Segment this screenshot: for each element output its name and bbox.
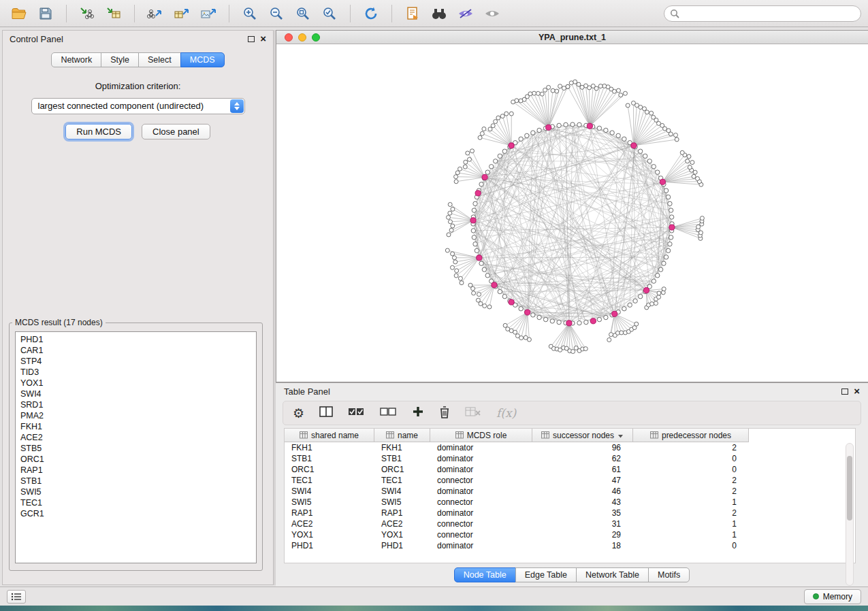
column-header-name[interactable]: name [374,429,430,442]
tab-mcds[interactable]: MCDS [180,52,225,67]
mcds-result-item[interactable]: SWI5 [16,486,256,497]
function-builder-button[interactable]: f(x) [496,406,516,420]
sort-chevron-icon[interactable] [617,431,624,440]
table-cell: 0 [633,540,749,551]
column-icon [650,431,658,439]
tab-motifs[interactable]: Motifs [648,567,690,582]
tab-network[interactable]: Network [51,52,101,67]
mcds-result-item[interactable]: YOX1 [16,378,256,389]
mcds-result-item[interactable]: TEC1 [16,497,256,508]
mcds-result-item[interactable]: SRD1 [16,399,256,410]
close-table-panel-icon[interactable]: × [854,388,860,395]
save-session-button[interactable] [33,3,58,24]
zoom-fit-button[interactable] [291,3,315,24]
search-input[interactable] [684,9,855,18]
table-cell: 46 [532,486,633,497]
close-panel-button[interactable]: Close panel [142,124,210,139]
run-mcds-button[interactable]: Run MCDS [65,124,132,139]
mcds-result-item[interactable]: PHD1 [16,334,256,345]
toolbar-separator [66,5,67,22]
column-header-successor-nodes[interactable]: successor nodes [532,429,633,442]
network-view-window: YPA_prune.txt_1 [276,30,868,382]
deselect-all-button[interactable] [380,406,397,420]
table-cell: YOX1 [285,529,374,540]
criterion-dropdown[interactable]: largest connected component (undirected) [31,98,245,114]
tab-edge-table[interactable]: Edge Table [515,567,577,582]
tab-node-table[interactable]: Node Table [454,567,516,582]
mcds-result-item[interactable]: SWI4 [16,389,256,399]
table-delete-icon [465,406,481,417]
table-cell: connector [430,529,532,540]
delete-table-button[interactable] [465,406,481,420]
mcds-result-item[interactable]: ORC1 [16,454,256,465]
table-cell: TEC1 [285,475,374,486]
open-session-button[interactable] [7,3,31,24]
mcds-result-list[interactable]: PHD1CAR1STP4TID3YOX1SWI4SRD1PMA2FKH1ACE2… [15,331,257,563]
mcds-result-item[interactable]: TID3 [16,367,256,378]
float-table-panel-icon[interactable] [841,389,848,395]
mcds-result-title: MCDS result (17 nodes) [12,318,106,327]
show-columns-button[interactable] [319,406,333,420]
import-network-button[interactable] [75,3,99,24]
tab-style[interactable]: Style [101,52,139,67]
table-row[interactable]: FKH1FKH1dominator962 [285,442,855,453]
table-scrollbar[interactable] [846,443,854,586]
scrollbar-thumb[interactable] [847,456,852,521]
delete-column-button[interactable] [439,406,450,421]
export-network-button[interactable] [143,3,167,24]
column-header-predecessor-nodes[interactable]: predecessor nodes [633,429,749,442]
tab-network-table[interactable]: Network Table [576,567,649,582]
table-cell: SWI4 [285,486,374,497]
search-field[interactable] [664,5,861,22]
column-header-label: predecessor nodes [662,431,731,440]
table-row[interactable]: ACE2ACE2connector311 [285,518,855,529]
export-table-button[interactable] [170,3,194,24]
share-document-button[interactable] [400,3,425,24]
show-panels-button[interactable] [480,3,504,24]
table-row[interactable]: ORC1ORC1dominator610 [285,464,855,475]
add-column-button[interactable] [412,406,424,420]
application-window: Control Panel × NetworkStyleSelectMCDS O… [0,0,868,611]
memory-button[interactable]: Memory [804,589,861,604]
table-row[interactable]: PHD1PHD1dominator180 [285,540,855,551]
tab-select[interactable]: Select [138,52,181,67]
table-row[interactable]: SWI5SWI5connector431 [285,497,855,508]
mcds-result-item[interactable]: STP4 [16,356,256,367]
table-row[interactable]: TEC1TEC1connector472 [285,475,855,486]
table-cell: RAP1 [285,508,374,518]
table-row[interactable]: YOX1YOX1connector291 [285,529,855,540]
mcds-result-item[interactable]: GCR1 [16,508,256,519]
mcds-result-item[interactable]: RAP1 [16,465,256,476]
table-cell: 29 [532,529,633,540]
import-network-icon [79,6,95,21]
zoom-in-button[interactable] [238,3,262,24]
network-canvas[interactable] [276,44,867,382]
close-panel-icon[interactable]: × [260,35,266,42]
export-image-button[interactable] [196,3,221,24]
mcds-result-item[interactable]: ACE2 [16,432,256,443]
column-header-MCDS-role[interactable]: MCDS role [430,429,532,442]
mcds-result-item[interactable]: STB5 [16,443,256,454]
float-panel-icon[interactable] [248,36,255,42]
zoom-selected-button[interactable] [317,3,342,24]
mcds-result-item[interactable]: CAR1 [16,345,256,356]
zoom-out-button[interactable] [264,3,289,24]
table-settings-button[interactable]: ⚙ [293,407,304,420]
refresh-view-button[interactable] [359,3,383,24]
table-cell: ORC1 [374,464,430,475]
table-row[interactable]: RAP1RAP1dominator352 [285,508,855,518]
column-header-shared-name[interactable]: shared name [285,429,374,442]
hide-panels-button[interactable] [453,3,478,24]
task-history-button[interactable] [7,590,26,604]
find-button[interactable] [427,3,451,24]
table-cell: 96 [532,442,633,453]
import-table-button[interactable] [101,3,126,24]
mcds-result-item[interactable]: PMA2 [16,410,256,421]
table-row[interactable]: STB1STB1dominator620 [285,453,855,464]
mcds-result-item[interactable]: FKH1 [16,421,256,432]
table-cell: PHD1 [374,540,430,551]
save-icon [39,7,52,20]
table-row[interactable]: SWI4SWI4dominator462 [285,486,855,497]
mcds-result-item[interactable]: STB1 [16,476,256,486]
select-all-button[interactable] [348,406,365,420]
